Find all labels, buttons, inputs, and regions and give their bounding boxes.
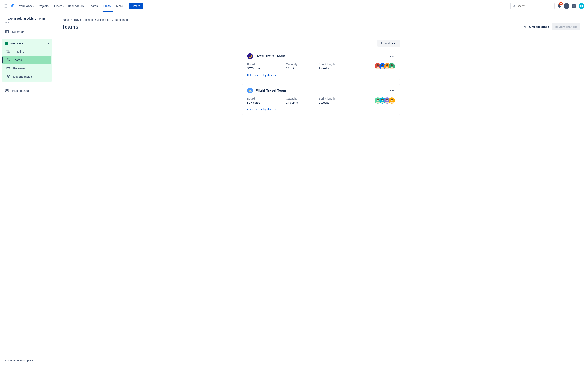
sidebar-item-plan-settings[interactable]: Plan settings xyxy=(1,87,52,95)
sprint-value: 2 weeks xyxy=(319,67,367,70)
svg-point-20 xyxy=(9,75,9,75)
crumb-plans[interactable]: Plans xyxy=(62,18,69,21)
summary-label: Summary xyxy=(12,30,25,33)
team-name: Flight Travel Team xyxy=(256,89,286,93)
svg-point-17 xyxy=(7,58,8,59)
notifications-icon[interactable]: 9+ xyxy=(556,3,562,9)
learn-more-link[interactable]: Learn more about plans xyxy=(1,356,52,365)
create-button[interactable]: Create xyxy=(129,3,143,9)
search-icon xyxy=(512,4,515,8)
svg-point-19 xyxy=(7,75,7,75)
svg-point-0 xyxy=(4,5,5,5)
add-team-button[interactable]: Add team xyxy=(377,40,400,47)
nav-more[interactable]: More▾ xyxy=(114,3,126,9)
notification-badge: 9+ xyxy=(559,2,563,5)
plan-settings-label: Plan settings xyxy=(12,89,29,92)
board-label: Board xyxy=(247,97,286,100)
nav-plans[interactable]: Plans▾ xyxy=(102,3,114,9)
sidebar-item-releases[interactable]: Releases xyxy=(2,64,51,72)
team-card: ⛅Flight Travel Team•••BoardFLY boardCapa… xyxy=(242,84,400,115)
team-card: 🌙Hotel Travel Team•••BoardSTAY boardCapa… xyxy=(242,50,400,80)
search-field[interactable] xyxy=(517,4,552,8)
megaphone-icon xyxy=(524,25,528,29)
help-icon[interactable] xyxy=(564,3,569,9)
svg-point-4 xyxy=(5,6,6,6)
team-menu-button[interactable]: ••• xyxy=(390,54,395,58)
sprint-label: Sprint length xyxy=(319,97,367,100)
scenario-header[interactable]: Best case ▾ xyxy=(1,40,52,47)
summary-icon xyxy=(5,30,9,33)
svg-point-22 xyxy=(7,90,8,91)
member-avatars xyxy=(375,63,395,69)
nav-filters[interactable]: Filters▾ xyxy=(52,3,66,9)
member-avatar[interactable] xyxy=(389,98,395,104)
settings-icon[interactable] xyxy=(571,3,577,9)
nav-teams[interactable]: Teams▾ xyxy=(87,3,102,9)
svg-point-12 xyxy=(573,5,575,7)
svg-point-3 xyxy=(4,6,5,6)
svg-point-2 xyxy=(6,5,7,5)
member-avatars xyxy=(375,98,395,104)
sidebar-item-teams[interactable]: Teams xyxy=(2,56,51,64)
sidebar-item-timeline[interactable]: Timeline xyxy=(2,47,51,56)
filter-issues-link[interactable]: Filter issues by this team xyxy=(247,108,279,111)
nav-projects[interactable]: Projects▾ xyxy=(36,3,52,9)
svg-point-5 xyxy=(6,6,7,6)
sprint-label: Sprint length xyxy=(319,63,367,66)
crumb-plan-name[interactable]: Travel Booking Division plan xyxy=(74,18,111,21)
jira-logo-icon[interactable] xyxy=(9,3,15,9)
svg-point-7 xyxy=(5,7,6,7)
capacity-value: 24 points xyxy=(286,67,319,70)
board-value: STAY board xyxy=(247,67,286,70)
team-icon: 🌙 xyxy=(247,53,253,59)
give-feedback-button[interactable]: Give feedback xyxy=(524,25,549,29)
dependencies-icon xyxy=(6,74,10,79)
app-switcher-icon[interactable] xyxy=(3,3,8,9)
plus-icon xyxy=(380,42,383,45)
teams-icon xyxy=(6,58,10,62)
page-title: Teams xyxy=(62,24,78,30)
plan-title: Travel Booking Division plan xyxy=(1,17,52,20)
gear-icon xyxy=(5,89,9,93)
svg-rect-15 xyxy=(7,50,9,51)
scenario-block: Best case ▾ TimelineTeamsReleasesDepende… xyxy=(1,39,52,82)
sidebar-item-dependencies[interactable]: Dependencies xyxy=(2,72,51,81)
breadcrumb: Plans / Travel Booking Division plan / B… xyxy=(62,18,580,21)
team-icon: ⛅ xyxy=(247,88,253,93)
svg-point-1 xyxy=(5,5,6,5)
capacity-value: 24 points xyxy=(286,101,319,104)
svg-point-18 xyxy=(8,58,9,59)
team-name: Hotel Travel Team xyxy=(256,54,285,58)
capacity-label: Capacity xyxy=(286,63,319,66)
feedback-label: Give feedback xyxy=(529,25,549,28)
nav-dashboards[interactable]: Dashboards▾ xyxy=(66,3,87,9)
nav-your-work[interactable]: Your work▾ xyxy=(17,3,36,9)
board-label: Board xyxy=(247,63,286,66)
add-team-label: Add team xyxy=(385,42,397,45)
svg-point-9 xyxy=(513,5,515,7)
svg-rect-16 xyxy=(7,52,10,52)
chevron-down-icon: ▾ xyxy=(48,42,49,45)
scenario-name: Best case xyxy=(10,42,23,45)
svg-point-11 xyxy=(566,7,567,7)
team-menu-button[interactable]: ••• xyxy=(390,89,395,93)
capacity-label: Capacity xyxy=(286,97,319,100)
user-avatar[interactable]: CJ xyxy=(579,3,584,9)
scenario-color-icon xyxy=(5,42,8,45)
sprint-value: 2 weeks xyxy=(319,101,367,104)
svg-line-10 xyxy=(515,6,515,7)
releases-icon xyxy=(6,66,10,70)
crumb-scenario[interactable]: Best case xyxy=(115,18,128,21)
filter-issues-link[interactable]: Filter issues by this team xyxy=(247,73,279,77)
svg-point-8 xyxy=(6,7,7,7)
svg-point-21 xyxy=(8,77,8,77)
search-input[interactable] xyxy=(510,3,554,9)
svg-point-6 xyxy=(4,7,5,7)
timeline-icon xyxy=(6,49,10,54)
plan-subtitle: Plan xyxy=(1,20,52,28)
review-changes-button[interactable]: Review changes xyxy=(552,23,580,30)
svg-rect-13 xyxy=(6,31,9,33)
member-avatar[interactable] xyxy=(389,63,395,69)
sidebar-item-summary[interactable]: Summary xyxy=(1,28,52,35)
board-value: FLY board xyxy=(247,101,286,104)
